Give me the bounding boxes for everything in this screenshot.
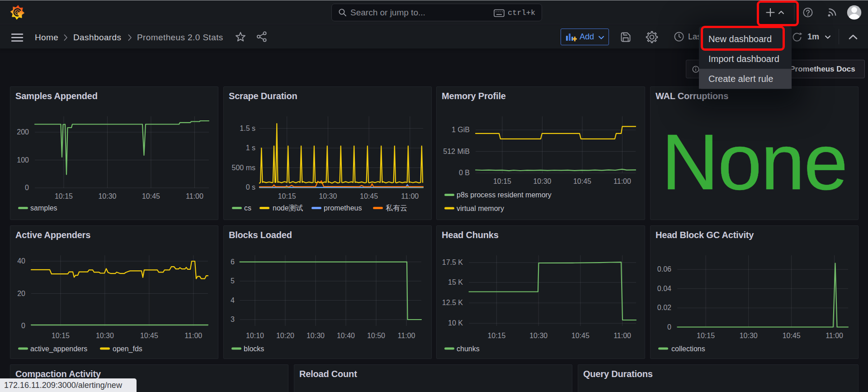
svg-text:10:45: 10:45 bbox=[573, 177, 591, 185]
svg-text:blocks: blocks bbox=[244, 345, 264, 353]
svg-text:10:45: 10:45 bbox=[360, 192, 378, 200]
svg-text:10:15: 10:15 bbox=[55, 192, 73, 200]
svg-text:active_appenders: active_appenders bbox=[30, 345, 87, 353]
svg-text:10:45: 10:45 bbox=[783, 332, 801, 339]
svg-text:私有云: 私有云 bbox=[386, 204, 407, 212]
svg-text:10:45: 10:45 bbox=[140, 332, 158, 339]
svg-text:4: 4 bbox=[231, 296, 235, 304]
svg-text:11:00: 11:00 bbox=[613, 332, 631, 339]
svg-text:10:30: 10:30 bbox=[96, 332, 114, 339]
svg-text:10:30: 10:30 bbox=[307, 332, 325, 339]
svg-text:500 ms: 500 ms bbox=[232, 164, 255, 172]
svg-text:11:00: 11:00 bbox=[401, 192, 419, 200]
svg-text:3: 3 bbox=[231, 316, 235, 323]
svg-text:node测试: node测试 bbox=[273, 204, 303, 212]
svg-text:10:45: 10:45 bbox=[571, 332, 590, 339]
svg-text:10:40: 10:40 bbox=[337, 332, 355, 339]
svg-text:10:15: 10:15 bbox=[487, 332, 505, 339]
svg-text:10:50: 10:50 bbox=[367, 332, 385, 339]
svg-text:1 s: 1 s bbox=[246, 144, 255, 152]
svg-text:12.5 K: 12.5 K bbox=[442, 299, 463, 306]
svg-text:1.5 s: 1.5 s bbox=[240, 124, 255, 132]
svg-text:0: 0 bbox=[21, 322, 25, 330]
svg-text:0 B: 0 B bbox=[459, 169, 470, 177]
svg-text:11:00: 11:00 bbox=[184, 332, 202, 339]
svg-text:chunks: chunks bbox=[457, 345, 480, 353]
svg-text:11:00: 11:00 bbox=[398, 332, 415, 339]
svg-text:prometheus: prometheus bbox=[324, 204, 362, 212]
svg-text:17.5 K: 17.5 K bbox=[442, 258, 463, 266]
svg-text:0.04: 0.04 bbox=[657, 285, 671, 292]
svg-text:10:30: 10:30 bbox=[533, 177, 551, 185]
svg-text:11:00: 11:00 bbox=[826, 332, 843, 339]
svg-text:10:30: 10:30 bbox=[740, 332, 758, 339]
svg-text:20: 20 bbox=[17, 290, 25, 297]
svg-text:10:45: 10:45 bbox=[142, 192, 160, 200]
svg-text:10:30: 10:30 bbox=[98, 192, 116, 200]
svg-text:40: 40 bbox=[17, 257, 25, 265]
svg-text:0 s: 0 s bbox=[246, 183, 255, 191]
svg-text:15 K: 15 K bbox=[448, 278, 463, 286]
svg-text:10:15: 10:15 bbox=[697, 332, 715, 339]
svg-text:0.02: 0.02 bbox=[657, 304, 671, 311]
svg-text:0: 0 bbox=[667, 323, 671, 331]
svg-text:512 MiB: 512 MiB bbox=[443, 148, 470, 155]
svg-text:10:30: 10:30 bbox=[529, 332, 547, 339]
svg-text:1 GiB: 1 GiB bbox=[452, 126, 470, 134]
svg-text:samples: samples bbox=[30, 204, 57, 212]
svg-text:6: 6 bbox=[231, 258, 235, 266]
svg-text:p8s process resident memory: p8s process resident memory bbox=[457, 191, 552, 199]
svg-text:10:15: 10:15 bbox=[493, 177, 511, 185]
svg-text:10 K: 10 K bbox=[448, 319, 463, 327]
svg-text:10:20: 10:20 bbox=[276, 332, 294, 339]
svg-text:10:15: 10:15 bbox=[278, 192, 296, 200]
svg-text:open_fds: open_fds bbox=[113, 345, 142, 353]
svg-text:0.06: 0.06 bbox=[657, 265, 671, 273]
svg-text:cs: cs bbox=[244, 204, 251, 212]
svg-text:11:00: 11:00 bbox=[613, 177, 631, 185]
svg-text:11:00: 11:00 bbox=[186, 192, 203, 200]
svg-text:10:30: 10:30 bbox=[319, 192, 337, 200]
svg-text:100: 100 bbox=[17, 156, 29, 164]
svg-text:10:10: 10:10 bbox=[246, 332, 264, 339]
svg-text:10:15: 10:15 bbox=[52, 332, 70, 339]
svg-text:200: 200 bbox=[17, 128, 29, 136]
svg-text:virtual memory: virtual memory bbox=[457, 205, 504, 212]
svg-text:5: 5 bbox=[231, 277, 235, 285]
svg-text:collections: collections bbox=[671, 345, 705, 353]
svg-text:0: 0 bbox=[25, 184, 29, 191]
